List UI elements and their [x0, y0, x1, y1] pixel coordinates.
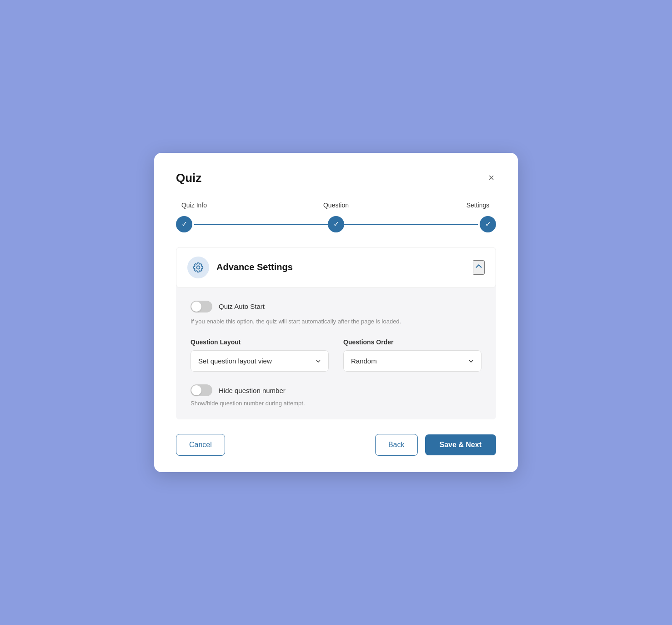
gear-icon [193, 262, 204, 273]
modal-footer: Cancel Back Save & Next [176, 430, 496, 456]
save-next-button[interactable]: Save & Next [425, 434, 496, 455]
modal-title: Quiz [176, 171, 201, 185]
auto-start-row: Quiz Auto Start [191, 301, 481, 312]
hide-question-number-desc: Show/hide question number during attempt… [191, 400, 481, 407]
step-label-quiz-info: Quiz Info [176, 202, 212, 209]
questions-order-label: Questions Order [343, 338, 481, 346]
auto-start-label: Quiz Auto Start [219, 302, 265, 310]
hide-question-number-toggle[interactable] [191, 384, 212, 396]
step-label-settings: Settings [460, 202, 496, 209]
step-circle-question: ✓ [328, 216, 344, 232]
cancel-button[interactable]: Cancel [176, 434, 225, 456]
questions-order-select[interactable]: Random Sequential Reverse [343, 350, 481, 372]
question-layout-group: Question Layout Set question layout view… [191, 338, 329, 372]
advance-settings-title: Advance Settings [216, 262, 293, 272]
step-label-question: Question [318, 202, 354, 209]
close-button[interactable]: × [486, 171, 496, 185]
step-circle-settings: ✓ [480, 216, 496, 232]
modal-overlay: Quiz × Quiz Info Question Settings ✓ [0, 0, 672, 625]
footer-right: Back Save & Next [375, 434, 496, 456]
collapse-button[interactable] [473, 260, 485, 275]
step-circle-quiz-info: ✓ [176, 216, 192, 232]
content-area: Advance Settings Quiz Auto Start If you … [176, 247, 496, 420]
dropdowns-row: Question Layout Set question layout view… [191, 338, 481, 372]
stepper-wrapper: Quiz Info Question Settings ✓ ✓ ✓ [176, 202, 496, 232]
settings-body: Quiz Auto Start If you enable this optio… [176, 288, 496, 420]
hide-question-number-row: Hide question number [191, 384, 481, 396]
advance-settings-header: Advance Settings [176, 247, 496, 288]
auto-start-toggle[interactable] [191, 301, 212, 312]
modal-dialog: Quiz × Quiz Info Question Settings ✓ [154, 153, 518, 473]
back-button[interactable]: Back [375, 434, 418, 456]
auto-start-desc: If you enable this option, the quiz will… [191, 317, 481, 326]
question-layout-label: Question Layout [191, 338, 329, 346]
settings-header-left: Advance Settings [187, 257, 293, 278]
modal-header: Quiz × [176, 171, 496, 185]
question-layout-select[interactable]: Set question layout view Single Question… [191, 350, 329, 372]
hide-question-number-label: Hide question number [219, 387, 286, 394]
questions-order-group: Questions Order Random Sequential Revers… [343, 338, 481, 372]
gear-icon-wrap [187, 257, 209, 278]
